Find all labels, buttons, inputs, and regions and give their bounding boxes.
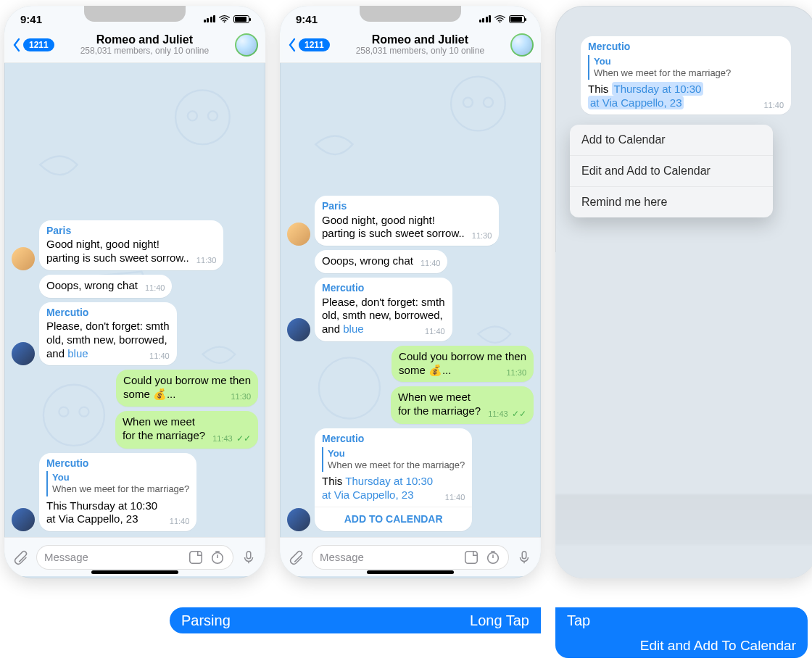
message-text: When we meet [123,415,195,428]
annotation-banner: Parsing Long Tap [170,607,541,633]
chat-title[interactable]: Romeo and Juliet [334,33,506,46]
menu-add-to-calendar[interactable]: Add to Calendar [570,125,773,155]
attach-icon[interactable] [289,549,304,565]
input-placeholder: Message [320,551,364,563]
home-indicator[interactable] [91,570,178,574]
sender-name[interactable]: Paris [322,200,492,213]
message-link[interactable]: blue [67,347,88,359]
svg-rect-17 [522,551,526,558]
message-in[interactable]: Paris Good night, good night! parting is… [12,220,258,270]
message-text: Ooops, wrong chat [46,279,138,291]
back-button[interactable]: 1211 [287,38,330,52]
svg-rect-15 [465,551,478,563]
message-time: 11:30 [472,231,492,241]
svg-rect-7 [190,551,202,563]
avatar-spacer [287,250,310,273]
reply-preview[interactable]: You When we meet for the marriage? [322,447,465,473]
timer-icon[interactable] [485,549,501,565]
sender-name[interactable]: Mercutio [46,457,189,470]
message-link[interactable]: blue [343,323,363,335]
message-in[interactable]: Mercutio You When we meet for the marria… [12,453,258,532]
sticker-icon[interactable] [463,549,479,565]
message-out[interactable]: When we meet for the marriage? 11:43 ✓✓ [12,411,258,449]
sender-avatar[interactable] [287,223,310,246]
chat-avatar[interactable] [510,33,534,57]
message-text: Please, don't forget: smth [322,296,445,308]
unread-badge: 1211 [23,38,54,51]
phone-screen-3: Mercutio You When we meet for the marria… [555,6,812,578]
sender-name[interactable]: Mercutio [46,307,170,320]
signal-icon [479,15,492,22]
reply-author: You [52,472,189,483]
reply-text: When we meet for the marriage? [594,67,784,79]
chat-avatar[interactable] [235,33,258,57]
wifi-icon [494,15,505,23]
sender-avatar[interactable] [12,508,35,531]
message-text: This [588,83,612,95]
status-time: 9:41 [296,13,318,25]
chat-area[interactable]: Paris Good night, good night! parting is… [280,63,541,537]
chat-subtitle: 258,031 members, only 10 online [334,46,506,57]
message-input[interactable]: Message [312,545,509,570]
sender-avatar[interactable] [287,318,310,341]
message-text: old, smth new, borrowed, [46,333,167,346]
back-button[interactable]: 1211 [12,38,54,52]
message-text: Good night, good night! [322,214,435,226]
message-in[interactable]: Mercutio Please, don't forget: smth old,… [12,302,258,366]
focused-message[interactable]: Mercutio You When we meet for the marria… [581,36,791,115]
message-text: parting is such sweet sorrow.. [322,227,465,239]
message-out[interactable]: When we meet for the marriage? 11:43 ✓✓ [287,386,534,424]
message-in[interactable]: Ooops, wrong chat 11:40 [12,275,258,298]
mic-icon[interactable] [516,549,532,565]
reply-preview[interactable]: You When we meet for the marriage? [588,55,784,80]
message-in[interactable]: Mercutio Please, don't forget: smth old,… [287,278,534,341]
chat-subtitle: 258,031 members, only 10 online [59,46,231,57]
sender-avatar[interactable] [12,247,35,270]
reply-author: You [328,448,465,460]
annotation-banner: Tap [555,607,808,633]
menu-remind-me[interactable]: Remind me here [570,186,773,217]
sender-name[interactable]: Mercutio [322,282,445,295]
sender-avatar[interactable] [287,508,310,531]
chat-title[interactable]: Romeo and Juliet [59,33,231,46]
avatar-spacer [12,275,35,298]
message-in[interactable]: Mercutio You When we meet for the marria… [287,428,534,531]
chat-header: 1211 Romeo and Juliet 258,031 members, o… [280,32,541,63]
chat-header: 1211 Romeo and Juliet 258,031 members, o… [4,32,265,63]
mic-icon[interactable] [241,549,257,565]
parsed-location[interactable]: at Via Cappello, 23 [588,96,684,109]
menu-edit-and-add[interactable]: Edit and Add to Calendar [570,155,773,186]
message-time: 11:40 [420,259,441,269]
reply-author: You [594,56,784,67]
message-time: 11:40 [425,327,445,337]
parsed-datetime[interactable]: Thursday at 10:30 [612,82,704,96]
sender-name[interactable]: Mercutio [322,433,465,446]
message-time: 11:40 [145,283,165,294]
reply-text: When we meet for the marriage? [328,460,465,471]
message-out[interactable]: Could you borrow me then some 💰... 11:30 [12,370,258,407]
message-time: 11:43 ✓✓ [488,409,526,420]
attach-icon[interactable] [13,549,29,565]
message-text: for the marriage? [398,404,481,417]
timer-icon[interactable] [210,549,225,565]
message-time: 11:30 [231,392,251,402]
message-input[interactable]: Message [36,545,233,570]
sender-name[interactable]: Paris [46,225,216,238]
message-in[interactable]: Ooops, wrong chat 11:40 [287,250,534,273]
parsed-datetime[interactable]: Thursday at 10:30 [345,475,433,487]
add-to-calendar-button[interactable]: ADD TO CALENDAR [315,507,472,532]
status-time: 9:41 [20,13,42,25]
annotation-longtap: Long Tap [470,612,529,629]
chat-area[interactable]: Paris Good night, good night! parting is… [4,63,265,537]
parsed-location[interactable]: at Via Cappello, 23 [322,489,413,501]
unread-badge: 1211 [299,38,330,51]
message-out[interactable]: Could you borrow me then some 💰... 11:30 [287,346,534,383]
home-indicator[interactable] [367,570,454,574]
svg-point-0 [224,21,225,22]
sender-name[interactable]: Mercutio [588,41,784,54]
sender-avatar[interactable] [12,342,35,365]
input-placeholder: Message [44,551,88,563]
sticker-icon[interactable] [188,549,204,565]
message-in[interactable]: Paris Good night, good night! parting is… [287,196,534,246]
reply-preview[interactable]: You When we meet for the marriage? [46,471,189,496]
